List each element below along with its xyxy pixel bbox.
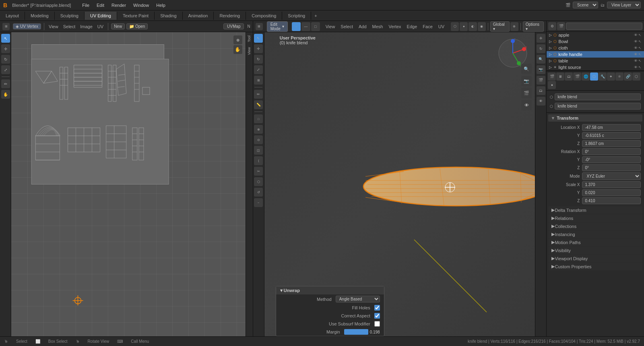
bevel-tool[interactable]: ◫ (254, 146, 263, 155)
tab-texture-paint[interactable]: Texture Paint (117, 12, 155, 20)
cloth-cursor[interactable]: ↖ (638, 46, 642, 50)
tab-rendering[interactable]: Rendering (214, 12, 246, 20)
uv-pan-widget[interactable]: ✋ (233, 45, 242, 54)
light-eye[interactable]: 👁 (634, 65, 638, 69)
scene-icon-btn[interactable]: 🎬 (557, 22, 565, 30)
view-tab[interactable]: View (246, 46, 253, 56)
toggle-render-btn[interactable]: 🎬 (521, 88, 532, 98)
knife-handle-cursor[interactable]: ↖ (638, 52, 642, 56)
select-label[interactable]: Select (62, 24, 77, 29)
select-tool[interactable]: ↖ (254, 34, 263, 43)
filter-icon[interactable]: ⚙ (548, 22, 556, 30)
outliner-item-table[interactable]: ▷ ⬡ table 👁 ↖ (547, 58, 644, 64)
location-x-field[interactable]: -47.58 cm (582, 124, 641, 131)
data-props-tab[interactable]: ⬡ (632, 73, 640, 81)
transform-section-header[interactable]: ▼ Transform (548, 114, 642, 122)
cloth-eye[interactable]: 👁 (634, 46, 638, 50)
uv-zoom-widget[interactable]: ⊕ (233, 35, 242, 44)
select-menu[interactable]: Select (339, 24, 355, 29)
uv-menu[interactable]: UV (437, 24, 446, 29)
image-label[interactable]: Image (78, 24, 94, 29)
outliner-item-bowl[interactable]: ▷ ⬡ Bowl 👁 ↖ (547, 38, 644, 45)
margin-bar[interactable] (344, 329, 368, 335)
search-box[interactable] (566, 23, 642, 30)
world-props-tab[interactable]: 🌐 (582, 73, 590, 81)
apple-cursor[interactable]: ↖ (638, 33, 642, 37)
overlay-right-btn[interactable]: 👁 (537, 97, 545, 106)
visibility-section[interactable]: ▶ Visibility (548, 247, 642, 254)
edge-menu[interactable]: Edge (405, 24, 419, 29)
location-z-field[interactable]: 1.8607 cm (582, 140, 641, 147)
options-btn[interactable]: Options ▾ (523, 21, 544, 32)
zoom-right-tool[interactable]: 🔍 (537, 55, 545, 64)
instancing-section[interactable]: ▶ Instancing (548, 230, 642, 238)
motion-paths-section[interactable]: ▶ Motion Paths (548, 238, 642, 246)
method-select[interactable]: Angle Based (336, 296, 380, 302)
zoom-to-fit-btn[interactable]: 🔍 (521, 64, 532, 74)
rotate-right-tool[interactable]: ↻ (537, 44, 545, 53)
face-menu[interactable]: Face (421, 24, 434, 29)
rotation-z-field[interactable]: 0° (582, 164, 641, 171)
file-menu[interactable]: File (79, 2, 93, 8)
uv-move-tool[interactable]: ✛ (1, 44, 10, 53)
scale-y-field[interactable]: 0.020 (582, 189, 641, 196)
uv-mode-btn[interactable]: ⊞ (2, 23, 10, 30)
collection-right-btn[interactable]: 🗂 (537, 86, 545, 95)
tab-shading[interactable]: Shading (155, 12, 182, 20)
tab-uv-editing[interactable]: UV Editing (85, 12, 117, 20)
uvmap-selector[interactable]: UVMap (223, 23, 244, 29)
edit-menu[interactable]: Edit (93, 2, 107, 8)
camera-right-btn[interactable]: 📷 (537, 65, 545, 74)
toggle-camera-btn[interactable]: 📷 (521, 76, 532, 86)
scale-x-field[interactable]: 1.370 (582, 181, 641, 188)
outliner-item-light[interactable]: ▷ ☀ light source 👁 ↖ (547, 64, 644, 70)
viewport-display-section[interactable]: ▶ Viewport Display (548, 255, 642, 262)
uv-select-tool[interactable]: ↖ (1, 34, 10, 43)
output-props-tab[interactable]: 🖥 (556, 73, 564, 81)
inset-tool[interactable]: ⊙ (254, 135, 263, 144)
mode-select[interactable]: XYZ Euler (582, 172, 641, 180)
use-subsurf-checkbox[interactable] (374, 321, 380, 327)
loop-cut-tool[interactable]: ⟨ (254, 156, 263, 165)
mesh-name-field[interactable]: knife blend (555, 93, 641, 100)
help-menu[interactable]: Help (153, 2, 169, 8)
uv-vertex-mode-btn[interactable]: ◈ UV Vertex (13, 23, 41, 29)
viewport-header-icon[interactable]: ⊞ (256, 23, 263, 30)
rendered-btn[interactable]: ◉ (478, 22, 486, 31)
view-layer-props-tab[interactable]: 🗂 (565, 73, 573, 81)
measure-tool[interactable]: 📏 (254, 100, 263, 109)
move-tool[interactable]: ✛ (254, 44, 263, 53)
uv-canvas[interactable]: ⊕ ✋ (11, 32, 246, 336)
smooth-tool[interactable]: ~ (254, 198, 263, 207)
unwrap-panel-header[interactable]: ▼ Unwrap (276, 286, 384, 294)
open-image-btn[interactable]: 📁 Open (126, 23, 148, 29)
bowl-cursor[interactable]: ↖ (638, 39, 642, 44)
fill-holes-checkbox[interactable] (374, 305, 380, 311)
particles-props-tab[interactable]: ✦ (607, 73, 615, 81)
edit-mode-selector[interactable]: Edit Mode ▾ (267, 21, 288, 32)
tab-layout[interactable]: Layout (0, 12, 25, 20)
knife-handle-eye[interactable]: 👁 (634, 52, 638, 56)
tab-modeling[interactable]: Modeling (25, 12, 55, 20)
bowl-eye[interactable]: 👁 (634, 39, 638, 44)
tab-scripting[interactable]: Scripting (282, 12, 311, 20)
render-props-tab[interactable]: 🎬 (548, 73, 556, 81)
extrude-tool[interactable]: ⊕ (254, 125, 263, 134)
view-label[interactable]: View (47, 24, 60, 29)
viewport-canvas[interactable]: User Perspective (0) knife blend (264, 32, 535, 336)
material-props-tab[interactable]: ● (548, 81, 556, 89)
object-props-tab[interactable]: ⬡ (590, 73, 598, 81)
tab-animation[interactable]: Animation (183, 12, 214, 20)
poly-build-tool[interactable]: ⬡ (254, 177, 263, 186)
add-menu[interactable]: Add (357, 24, 368, 29)
outliner-item-cloth[interactable]: ▷ ⬡ cloth 👁 ↖ (547, 45, 644, 51)
uv-label[interactable]: UV (96, 24, 105, 29)
toggle-overlay-btn[interactable]: 👁 (521, 100, 532, 110)
location-y-field[interactable]: -0.61015 c (582, 132, 641, 139)
physics-props-tab[interactable]: ⚛ (615, 73, 623, 81)
solid-btn[interactable]: ● (460, 22, 468, 31)
collections-section[interactable]: ▶ Collections (548, 222, 642, 230)
knife-tool[interactable]: ✂ (254, 167, 263, 176)
scene-props-tab[interactable]: 🎬 (573, 73, 581, 81)
table-eye[interactable]: 👁 (634, 59, 638, 63)
